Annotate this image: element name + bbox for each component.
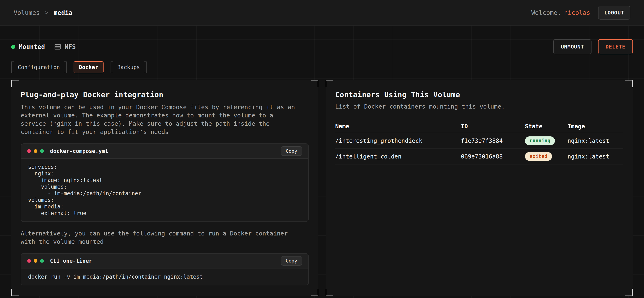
tab-docker[interactable]: Docker <box>74 61 104 73</box>
state-badge: running <box>525 137 555 145</box>
volume-status: Mounted NFS <box>11 43 76 50</box>
tab-bar: Configuration Docker Backups <box>11 61 633 73</box>
window-dot-yellow-icon <box>34 149 38 153</box>
bracket-left-icon <box>110 61 113 73</box>
window-dots-icon <box>27 259 44 263</box>
header: Volumes > media Welcome, nicolas LOGOUT <box>0 0 644 26</box>
mounted-status: Mounted <box>11 43 45 50</box>
container-id: 069e73016a88 <box>461 153 525 160</box>
nfs-status: NFS <box>54 43 76 50</box>
copy-compose-button[interactable]: Copy <box>281 146 302 156</box>
column-header-id: ID <box>461 123 525 130</box>
corner-bracket-icon <box>311 80 318 87</box>
breadcrumb: Volumes > media <box>14 9 72 16</box>
compose-filename: docker-compose.yml <box>50 148 281 154</box>
cli-code-block: CLI one-liner Copy docker run -v im-medi… <box>21 253 309 286</box>
cli-code-header: CLI one-liner Copy <box>21 254 308 269</box>
container-name: /intelligent_colden <box>335 153 461 160</box>
volume-actions: UNMOUNT DELETE <box>553 39 633 54</box>
breadcrumb-separator-icon: > <box>45 9 48 16</box>
window-dot-green-icon <box>40 149 44 153</box>
column-header-name: Name <box>335 123 461 130</box>
window-dot-red-icon <box>27 149 31 153</box>
bracket-right-icon <box>144 61 146 73</box>
tab-configuration-label: Configuration <box>14 64 64 70</box>
container-image: nginx:latest <box>568 138 623 144</box>
corner-bracket-icon <box>326 289 333 296</box>
column-header-state: State <box>525 123 568 130</box>
tab-docker-label: Docker <box>75 64 102 70</box>
containers-panel-subtitle: List of Docker containers mounting this … <box>335 103 623 110</box>
cli-intro-text: Alternatively, you can use the following… <box>21 229 300 246</box>
container-image: nginx:latest <box>568 153 623 160</box>
window-dots-icon <box>27 149 44 153</box>
table-row: /intelligent_colden 069e73016a88 exited … <box>335 149 623 164</box>
window-dot-red-icon <box>27 259 31 263</box>
main-content: Mounted NFS UNMOUNT DELETE Configuration <box>0 26 644 296</box>
welcome-prefix: Welcome, <box>531 9 561 16</box>
corner-bracket-icon <box>11 289 18 296</box>
container-id: f1e73e7f3884 <box>461 138 525 144</box>
copy-cli-button[interactable]: Copy <box>281 256 302 266</box>
containers-panel-title: Containers Using This Volume <box>335 91 623 99</box>
corner-bracket-icon <box>326 80 333 87</box>
mounted-status-dot-icon <box>11 45 15 49</box>
corner-bracket-icon <box>311 289 318 296</box>
compose-code: services: nginx: image: nginx:latest vol… <box>21 159 308 221</box>
docker-panel-title: Plug-and-play Docker integration <box>21 91 309 99</box>
docker-panel-description: This volume can be used in your Docker C… <box>21 103 300 136</box>
bracket-right-icon <box>64 61 66 73</box>
compose-code-block: docker-compose.yml Copy services: nginx:… <box>21 144 309 222</box>
username: nicolas <box>564 9 590 16</box>
nfs-server-icon <box>54 43 61 50</box>
cli-filename: CLI one-liner <box>50 258 281 264</box>
corner-bracket-icon <box>626 80 633 87</box>
nfs-label: NFS <box>64 43 76 50</box>
delete-button[interactable]: DELETE <box>598 39 633 54</box>
compose-code-header: docker-compose.yml Copy <box>21 144 308 159</box>
breadcrumb-current-page: media <box>54 9 72 16</box>
tab-configuration[interactable]: Configuration <box>11 61 66 73</box>
corner-bracket-icon <box>626 289 633 296</box>
window-dot-green-icon <box>40 259 44 263</box>
breadcrumb-volumes-link[interactable]: Volumes <box>14 9 40 16</box>
cli-code: docker run -v im-media:/path/in/containe… <box>21 269 308 285</box>
panels: Plug-and-play Docker integration This vo… <box>11 80 633 296</box>
tab-backups-label: Backups <box>113 64 144 70</box>
table-header-row: Name ID State Image <box>335 120 623 133</box>
unmount-button[interactable]: UNMOUNT <box>553 39 591 54</box>
bracket-left-icon <box>11 61 14 73</box>
tab-backups[interactable]: Backups <box>110 61 146 73</box>
welcome-message: Welcome, nicolas <box>531 9 590 16</box>
table-row: /interesting_grothendieck f1e73e7f3884 r… <box>335 133 623 149</box>
container-name: /interesting_grothendieck <box>335 138 461 144</box>
column-header-image: Image <box>568 123 623 130</box>
window-dot-yellow-icon <box>34 259 38 263</box>
mounted-status-label: Mounted <box>19 43 45 50</box>
containers-table: Name ID State Image /interesting_grothen… <box>335 120 623 164</box>
container-state-cell: running <box>525 137 568 145</box>
containers-panel: Containers Using This Volume List of Doc… <box>326 80 633 296</box>
status-row: Mounted NFS UNMOUNT DELETE <box>11 39 633 54</box>
docker-integration-panel: Plug-and-play Docker integration This vo… <box>11 80 318 296</box>
logout-button[interactable]: LOGOUT <box>598 6 630 20</box>
header-right: Welcome, nicolas LOGOUT <box>531 6 630 20</box>
corner-bracket-icon <box>11 80 18 87</box>
state-badge: exited <box>525 152 552 161</box>
container-state-cell: exited <box>525 152 568 161</box>
